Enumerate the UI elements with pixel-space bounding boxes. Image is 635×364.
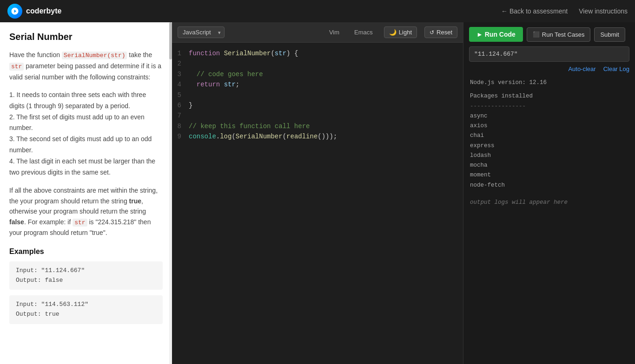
back-to-assessment-link[interactable]: Back to assessment: [501, 7, 568, 15]
auto-clear-link[interactable]: Auto-clear: [568, 65, 595, 72]
package-moment: moment: [470, 170, 628, 180]
code-line-1: 1 function SerialNumber(str) {: [172, 48, 463, 58]
scroll-indicator: [169, 22, 172, 364]
problem-title: Serial Number: [9, 32, 163, 42]
view-instructions-link[interactable]: View instructions: [579, 7, 628, 15]
package-chai: chai: [470, 131, 628, 141]
run-toolbar: ► Run Code ⬛ Run Test Cases Submit: [463, 22, 635, 46]
package-axios: axios: [470, 121, 628, 131]
moon-icon: 🌙: [389, 29, 397, 36]
logo-text: coderbyte: [26, 7, 61, 15]
node-version: Node.js version: 12.16: [470, 78, 628, 88]
test-icon: ⬛: [533, 31, 540, 38]
logo-area: coderbyte: [7, 4, 61, 19]
constraint-1: 1. It needs to contain three sets each w…: [9, 90, 163, 112]
line-num-5: 5: [172, 90, 189, 100]
line-num-4: 4: [172, 79, 189, 90]
package-node-fetch: node-fetch: [470, 181, 628, 190]
editor-toolbar: JavaScript Python Java Vim Emacs 🌙 Light…: [172, 22, 463, 43]
example-2-output: Output: true: [16, 310, 156, 319]
language-select[interactable]: JavaScript Python Java: [178, 26, 225, 38]
log-dashes: ----------------: [470, 102, 628, 111]
package-lodash: lodash: [470, 151, 628, 161]
constraint-4: 4. The last digit in each set must be la…: [9, 156, 163, 178]
line-content-8: // keep this function call here: [189, 121, 310, 131]
nav-links: Back to assessment View instructions: [501, 7, 628, 15]
clear-log-link[interactable]: Clear Log: [603, 65, 629, 72]
constraints-list: 1. It needs to contain three sets each w…: [9, 90, 163, 178]
reset-button[interactable]: ↺ Reset: [424, 26, 457, 38]
problem-description: Have the function SerialNumber(str) take…: [9, 50, 163, 82]
code-line-9: 9 console.log(SerialNumber(readline()));: [172, 131, 463, 142]
extra-info: If all the above constraints are met wit…: [9, 185, 163, 238]
line-num-6: 6: [172, 100, 189, 110]
line-content-9: console.log(SerialNumber(readline()));: [189, 131, 337, 142]
submit-button[interactable]: Submit: [594, 27, 625, 42]
line-num-1: 1: [172, 48, 189, 58]
constraint-3: 3. The second set of digits must add up …: [9, 134, 163, 156]
package-mocha: mocha: [470, 161, 628, 170]
logo-icon: [7, 4, 22, 19]
emacs-button[interactable]: Emacs: [351, 27, 377, 37]
reset-label: Reset: [437, 29, 452, 36]
code-line-2: 2: [172, 58, 463, 69]
vim-button[interactable]: Vim: [325, 27, 343, 37]
test-input[interactable]: "11.124.667": [469, 46, 629, 62]
run-code-button[interactable]: ► Run Code: [469, 27, 523, 42]
theme-button[interactable]: 🌙 Light: [384, 26, 417, 38]
param-code: str: [9, 63, 24, 71]
run-test-cases-button[interactable]: ⬛ Run Test Cases: [527, 27, 591, 42]
code-editor[interactable]: 1 function SerialNumber(str) { 2 3 // co…: [172, 43, 463, 364]
top-nav: coderbyte Back to assessment View instru…: [0, 0, 635, 22]
scroll-thumb[interactable]: [169, 22, 172, 59]
run-panel: ► Run Code ⬛ Run Test Cases Submit "11.1…: [463, 22, 635, 364]
problem-panel: Serial Number Have the function SerialNu…: [0, 22, 172, 364]
code-line-5: 5: [172, 90, 463, 100]
intro2-text: take the: [127, 51, 152, 58]
package-express: express: [470, 141, 628, 151]
line-content-1: function SerialNumber(str) {: [189, 48, 298, 58]
main-layout: Serial Number Have the function SerialNu…: [0, 22, 635, 364]
intro3-text: parameter being passed and determine if …: [9, 62, 161, 81]
code-line-6: 6 }: [172, 100, 463, 110]
example-box-1: Input: "11.124.667" Output: false: [9, 261, 163, 290]
package-async: async: [470, 111, 628, 121]
example-1-input: Input: "11.124.667": [16, 266, 156, 276]
extra3-text: . For example: if: [24, 218, 73, 226]
line-num-7: 7: [172, 110, 189, 121]
language-selector-wrap: JavaScript Python Java: [178, 26, 225, 38]
true-word: true: [129, 197, 141, 205]
intro-text: Have the function: [9, 51, 62, 58]
output-placeholder: output logs will appear here: [470, 198, 628, 208]
log-area: Node.js version: 12.16 Packages installe…: [463, 74, 635, 364]
code-line-4: 4 return str;: [172, 79, 463, 90]
examples-title: Examples: [9, 247, 163, 256]
line-content-6: }: [189, 100, 192, 110]
constraint-2: 2. The first set of digits must add up t…: [9, 112, 163, 134]
example-1-output: Output: false: [16, 276, 156, 286]
run-test-label: Run Test Cases: [542, 31, 585, 38]
line-num-9: 9: [172, 131, 189, 142]
code-line-8: 8 // keep this function call here: [172, 121, 463, 131]
example-2-input: Input: "114.563.112": [16, 300, 156, 310]
line-num-2: 2: [172, 58, 189, 69]
reset-icon: ↺: [430, 29, 434, 36]
line-num-8: 8: [172, 121, 189, 131]
code-line-7: 7: [172, 110, 463, 121]
false-word: false: [9, 218, 24, 226]
code-line-3: 3 // code goes here: [172, 69, 463, 79]
log-toolbar: Auto-clear Clear Log: [463, 64, 635, 74]
example-box-2: Input: "114.563.112" Output: true: [9, 295, 163, 324]
line-content-3: // code goes here: [189, 69, 263, 79]
function-name-code: SerialNumber(str): [62, 52, 127, 59]
theme-label: Light: [399, 29, 412, 36]
editor-panel: JavaScript Python Java Vim Emacs 🌙 Light…: [172, 22, 463, 364]
str-inline: str: [73, 219, 87, 227]
packages-label: Packages installed: [470, 91, 628, 101]
line-num-3: 3: [172, 69, 189, 79]
line-content-4: return str;: [189, 79, 239, 90]
